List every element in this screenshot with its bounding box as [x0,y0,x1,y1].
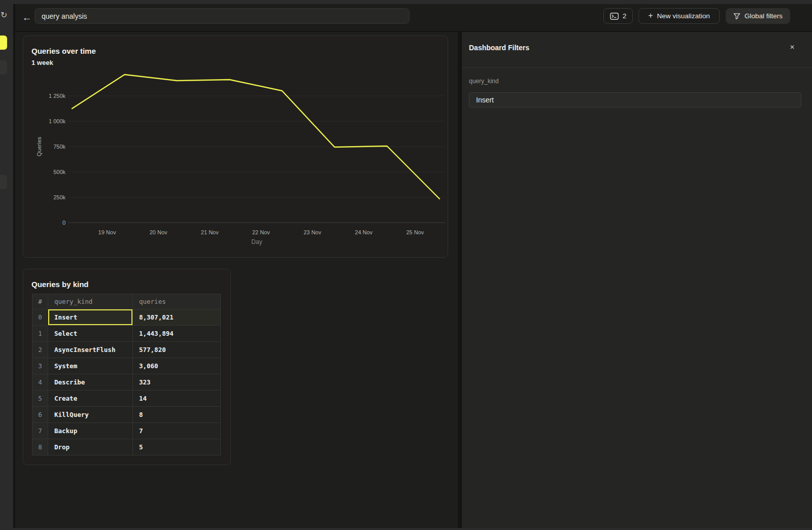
x-tick-label: 19 Nov [98,229,116,235]
queries-value-cell[interactable]: 8,307,021 [133,309,221,326]
query-kind-cell[interactable]: Backup [48,423,133,439]
back-button[interactable]: ← [20,12,33,24]
dashboard-filters-panel: Dashboard Filters ✕ query_kind [461,32,812,528]
table-title: Queries by kind [31,280,89,289]
sql-console-button[interactable]: 2 [603,8,633,24]
queries-over-time-chart: 0250k500k750k1 000k1 250k19 Nov20 Nov21 … [23,36,449,258]
dashboard-canvas: Queries over time 1 week 0250k500k750k1 … [15,32,458,528]
query-kind-cell[interactable]: AsyncInsertFlush [48,342,133,358]
query-kind-cell[interactable]: System [48,358,133,374]
query-kind-filter-input[interactable] [469,92,801,108]
row-index-cell: 7 [32,423,48,439]
queries-value-cell[interactable]: 8 [133,407,221,423]
window-bottom-edge [0,528,812,530]
top-bar: ← 2 + New visualization Global filters [15,4,812,31]
query-kind-cell[interactable]: Select [48,326,133,342]
row-index-cell: 1 [32,326,48,342]
table-header-row: # query_kind queries [32,294,221,309]
row-index-cell: 8 [32,439,48,455]
x-tick-label: 20 Nov [150,229,167,235]
new-visualization-button[interactable]: + New visualization [638,8,720,24]
table-row: 2AsyncInsertFlush577,820 [32,342,221,358]
queries-value-cell[interactable]: 5 [133,439,221,455]
x-tick-label: 22 Nov [252,229,270,235]
queries-table-body: 0Insert8,307,0211Select1,443,8942AsyncIn… [32,309,221,455]
panel-divider [462,67,812,68]
sidebar-item-active[interactable] [0,36,7,50]
y-axis-title: Queries [36,136,42,156]
y-tick-label: 1 250k [49,93,66,99]
sidebar-item[interactable] [0,60,7,75]
query-kind-cell[interactable]: Drop [48,439,133,455]
queries-value-cell[interactable]: 3,060 [133,358,221,374]
dashboard-title-input[interactable] [35,8,410,24]
queries-value-cell[interactable]: 14 [133,391,221,407]
y-tick-label: 0 [62,220,65,226]
y-tick-label: 750k [53,144,65,150]
close-panel-button[interactable]: ✕ [788,43,797,52]
table-row: 7Backup7 [32,423,221,439]
column-header-index: # [32,294,48,309]
column-header-queries: queries [133,294,221,309]
new-visualization-label: New visualization [657,12,710,20]
query-kind-cell[interactable]: Create [48,391,133,407]
y-tick-label: 250k [53,194,65,200]
y-tick-label: 500k [53,169,65,175]
row-index-cell: 6 [32,407,48,423]
x-tick-label: 24 Nov [355,229,373,235]
queries-by-kind-table: # query_kind queries 0Insert8,307,0211Se… [32,294,221,455]
row-index-cell: 2 [32,342,48,358]
queries-value-cell[interactable]: 323 [133,374,221,391]
x-tick-label: 21 Nov [201,229,219,235]
row-index-cell: 3 [32,358,48,374]
query-kind-cell[interactable]: Insert [48,309,133,326]
table-row: 3System3,060 [32,358,221,374]
queries-over-time-card: Queries over time 1 week 0250k500k750k1 … [23,36,448,258]
row-index-cell: 5 [32,391,48,407]
global-filters-button[interactable]: Global filters [726,8,790,24]
queries-by-kind-card: Queries by kind # query_kind queries 0In… [23,269,231,465]
table-row: 8Drop5 [32,439,221,455]
table-row: 5Create14 [32,391,221,407]
collapsed-sidebar-rail: ↻ [0,4,13,528]
table-row: 6KillQuery8 [32,407,221,423]
sidebar-item[interactable] [0,175,7,189]
query-kind-cell[interactable]: KillQuery [48,407,133,423]
x-axis-title: Day [251,238,262,245]
window-top-edge [0,0,812,4]
sql-console-icon [610,13,619,20]
row-index-cell: 4 [32,374,48,391]
close-icon: ✕ [790,44,795,51]
x-tick-label: 25 Nov [406,229,424,235]
chart-line [72,75,439,199]
refresh-icon[interactable]: ↻ [1,10,7,20]
filters-panel-title: Dashboard Filters [469,44,529,52]
queries-value-cell[interactable]: 577,820 [133,342,221,358]
arrow-left-icon: ← [22,12,32,23]
table-row: 1Select1,443,894 [32,326,221,342]
column-header-query-kind: query_kind [48,294,133,309]
row-index-cell: 0 [32,309,48,326]
plus-icon: + [648,11,653,20]
filter-field-label: query_kind [469,78,499,85]
query-kind-cell[interactable]: Describe [48,374,133,391]
table-row: 0Insert8,307,021 [32,309,221,326]
funnel-icon [733,13,740,20]
table-row: 4Describe323 [32,374,221,391]
y-tick-label: 1 000k [49,118,66,124]
queries-value-cell[interactable]: 7 [133,423,221,439]
queries-value-cell[interactable]: 1,443,894 [133,326,221,342]
x-tick-label: 23 Nov [303,229,321,235]
global-filters-label: Global filters [745,12,783,20]
console-count: 2 [623,12,627,20]
